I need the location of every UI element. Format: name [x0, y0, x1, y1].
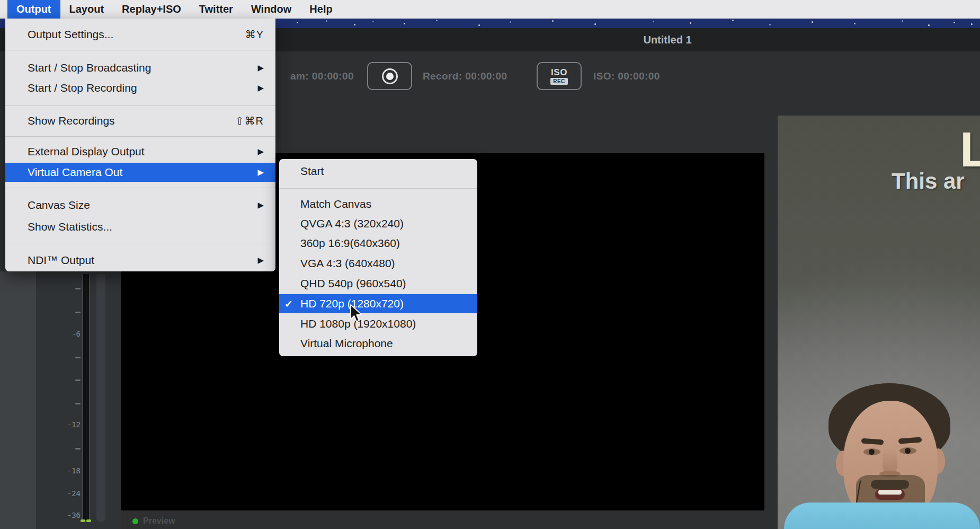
preview-status-dot — [132, 518, 138, 524]
slide-title-fragment: L — [960, 125, 980, 174]
menu-item-external-display-output[interactable]: External Display Output▶ — [5, 142, 275, 161]
record-icon — [382, 68, 398, 84]
menu-divider — [5, 243, 275, 243]
menu-divider — [5, 105, 275, 106]
menu-item-start[interactable]: Start — [279, 162, 477, 181]
menubar-item-layout[interactable]: Layout — [60, 0, 113, 19]
menu-bar: OutputLayoutReplay+ISOTwitterWindowHelp — [0, 0, 980, 19]
iso-record-button[interactable]: ISO REC — [537, 62, 582, 90]
mouse-cursor-icon — [350, 304, 363, 323]
iso-rec-icon: ISO — [551, 68, 567, 77]
app-window: Untitled 1 am: 00:00:00 Record: 00:00:00… — [0, 0, 980, 529]
menu-shortcut: ⇧⌘R — [235, 114, 264, 127]
submenu-arrow-icon: ▶ — [257, 167, 264, 177]
tutorial-overlay-video: L This ar — [778, 116, 980, 529]
menu-item-start-stop-broadcasting[interactable]: Start / Stop Broadcasting▶ — [5, 58, 275, 77]
submenu-arrow-icon: ▶ — [257, 200, 264, 210]
meter-tick — [75, 357, 81, 358]
submenu-arrow-icon: ▶ — [257, 83, 264, 93]
record-time-label: Record: 00:00:00 — [423, 70, 507, 82]
meter-tick-label: -36 — [67, 512, 81, 519]
checkmark-icon: ✓ — [284, 298, 300, 310]
menubar-item-twitter[interactable]: Twitter — [190, 0, 242, 19]
meter-tick-label: -24 — [67, 490, 81, 497]
meter-tick — [75, 403, 81, 404]
record-button[interactable] — [367, 62, 412, 90]
starfield-decoration — [0, 19, 2, 20]
audio-meter-panel: -6-12-18-24-36 — [36, 271, 121, 529]
presenter-shirt — [784, 502, 980, 529]
menubar-item-replay-iso[interactable]: Replay+ISO — [113, 0, 190, 19]
menu-item-virtual-camera-out[interactable]: Virtual Camera Out▶ — [5, 163, 275, 182]
menu-shortcut: ⌘Y — [245, 28, 264, 41]
audio-level-indicator — [81, 519, 91, 522]
menu-divider — [5, 50, 275, 50]
virtual-camera-out-submenu: StartMatch CanvasQVGA 4:3 (320x240)360p … — [279, 159, 477, 356]
menu-item-hd-720p-1280x720-[interactable]: ✓HD 720p (1280x720) — [279, 294, 477, 313]
meter-tick — [75, 380, 81, 381]
menu-divider — [5, 188, 275, 188]
menubar-item-window[interactable]: Window — [242, 0, 300, 19]
menu-item-show-statistics-[interactable]: Show Statistics... — [5, 217, 275, 236]
left-sidebar: « — [0, 271, 36, 529]
submenu-arrow-icon: ▶ — [257, 63, 264, 73]
stream-time-label: am: 00:00:00 — [275, 70, 354, 82]
menu-item-match-canvas[interactable]: Match Canvas — [279, 195, 477, 214]
menu-item-canvas-size[interactable]: Canvas Size▶ — [5, 196, 275, 215]
menu-item-qhd-540p-960x540-[interactable]: QHD 540p (960x540) — [279, 274, 477, 293]
menu-item-virtual-microphone[interactable]: Virtual Microphone — [279, 334, 477, 353]
meter-tick-label: -6 — [72, 331, 81, 338]
audio-fader-track[interactable] — [96, 274, 105, 522]
meter-tick-label: -12 — [67, 421, 81, 428]
submenu-arrow-icon: ▶ — [257, 255, 264, 265]
menu-item-qvga-4-3-320x240-[interactable]: QVGA 4:3 (320x240) — [279, 214, 477, 233]
document-title: Untitled 1 — [643, 34, 691, 46]
meter-tick — [75, 448, 81, 449]
menu-item-360p-16-9-640x360-[interactable]: 360p 16:9(640x360) — [279, 234, 477, 253]
menu-item-vga-4-3-640x480-[interactable]: VGA 4:3 (640x480) — [279, 254, 477, 273]
menu-divider — [279, 188, 477, 189]
menu-item-start-stop-recording[interactable]: Start / Stop Recording▶ — [5, 78, 275, 98]
meter-tick — [75, 288, 81, 289]
menu-divider — [5, 136, 275, 137]
submenu-arrow-icon: ▶ — [257, 147, 264, 156]
meter-tick-label: -18 — [67, 468, 81, 474]
audio-level-meter — [82, 274, 90, 520]
menu-item-hd-1080p-1920x1080-[interactable]: HD 1080p (1920x1080) — [279, 314, 477, 333]
menu-item-show-recordings[interactable]: Show Recordings⇧⌘R — [5, 111, 275, 130]
menubar-item-help[interactable]: Help — [300, 0, 341, 19]
iso-time-label: ISO: 00:00:00 — [593, 70, 660, 82]
meter-tick — [75, 312, 81, 313]
menubar-item-output[interactable]: Output — [7, 0, 60, 19]
preview-label: Preview — [143, 516, 175, 526]
output-menu-dropdown: Output Settings...⌘YStart / Stop Broadca… — [5, 19, 275, 271]
menu-item-ndi-output[interactable]: NDI™ Output▶ — [5, 251, 275, 270]
slide-subtitle-fragment: This ar — [892, 169, 965, 194]
menu-item-output-settings-[interactable]: Output Settings...⌘Y — [5, 25, 275, 44]
